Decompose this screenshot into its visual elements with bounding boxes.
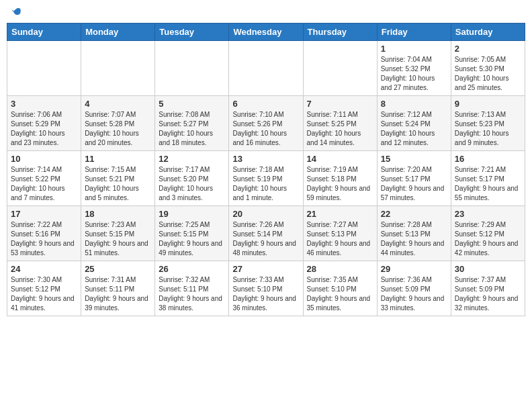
- day-header-wednesday: Wednesday: [229, 24, 303, 41]
- day-number: 9: [455, 99, 521, 109]
- day-number: 4: [85, 99, 151, 109]
- calendar-cell: 24Sunrise: 7:30 AM Sunset: 5:12 PM Dayli…: [7, 261, 81, 316]
- calendar-cell: 30Sunrise: 7:37 AM Sunset: 5:09 PM Dayli…: [451, 261, 525, 316]
- calendar-cell: 20Sunrise: 7:26 AM Sunset: 5:14 PM Dayli…: [229, 206, 303, 261]
- day-info: Sunrise: 7:30 AM Sunset: 5:12 PM Dayligh…: [11, 275, 77, 313]
- week-row-3: 10Sunrise: 7:14 AM Sunset: 5:22 PM Dayli…: [7, 151, 525, 206]
- day-number: 30: [455, 264, 521, 274]
- calendar-cell: [229, 41, 303, 96]
- calendar-cell: 15Sunrise: 7:20 AM Sunset: 5:17 PM Dayli…: [377, 151, 451, 206]
- day-number: 25: [85, 264, 151, 274]
- day-info: Sunrise: 7:22 AM Sunset: 5:16 PM Dayligh…: [11, 220, 77, 258]
- day-info: Sunrise: 7:32 AM Sunset: 5:11 PM Dayligh…: [159, 275, 225, 313]
- day-info: Sunrise: 7:05 AM Sunset: 5:30 PM Dayligh…: [455, 55, 521, 93]
- calendar-cell: 2Sunrise: 7:05 AM Sunset: 5:30 PM Daylig…: [451, 41, 525, 96]
- calendar-cell: 9Sunrise: 7:13 AM Sunset: 5:23 PM Daylig…: [451, 96, 525, 151]
- calendar-cell: 12Sunrise: 7:17 AM Sunset: 5:20 PM Dayli…: [155, 151, 229, 206]
- day-number: 14: [307, 154, 373, 164]
- day-number: 21: [307, 209, 373, 219]
- day-info: Sunrise: 7:11 AM Sunset: 5:25 PM Dayligh…: [307, 110, 373, 148]
- calendar-cell: 14Sunrise: 7:19 AM Sunset: 5:18 PM Dayli…: [303, 151, 377, 206]
- day-number: 10: [11, 154, 77, 164]
- day-info: Sunrise: 7:26 AM Sunset: 5:14 PM Dayligh…: [232, 220, 299, 258]
- day-number: 5: [159, 99, 225, 109]
- calendar-cell: 17Sunrise: 7:22 AM Sunset: 5:16 PM Dayli…: [7, 206, 81, 261]
- week-row-1: 1Sunrise: 7:04 AM Sunset: 5:32 PM Daylig…: [7, 41, 525, 96]
- day-info: Sunrise: 7:15 AM Sunset: 5:21 PM Dayligh…: [85, 165, 151, 203]
- day-number: 24: [11, 264, 77, 274]
- week-row-5: 24Sunrise: 7:30 AM Sunset: 5:12 PM Dayli…: [7, 261, 525, 316]
- day-number: 22: [381, 209, 447, 219]
- day-info: Sunrise: 7:36 AM Sunset: 5:09 PM Dayligh…: [381, 275, 447, 313]
- day-number: 6: [232, 99, 299, 109]
- day-info: Sunrise: 7:07 AM Sunset: 5:28 PM Dayligh…: [85, 110, 151, 148]
- day-header-tuesday: Tuesday: [155, 24, 229, 41]
- day-number: 7: [307, 99, 373, 109]
- calendar-cell: 18Sunrise: 7:23 AM Sunset: 5:15 PM Dayli…: [81, 206, 155, 261]
- day-info: Sunrise: 7:33 AM Sunset: 5:10 PM Dayligh…: [232, 275, 299, 313]
- day-info: Sunrise: 7:28 AM Sunset: 5:13 PM Dayligh…: [381, 220, 447, 258]
- calendar-cell: 19Sunrise: 7:25 AM Sunset: 5:15 PM Dayli…: [155, 206, 229, 261]
- day-number: 8: [381, 99, 447, 109]
- calendar-cell: 23Sunrise: 7:29 AM Sunset: 5:12 PM Dayli…: [451, 206, 525, 261]
- calendar-cell: [155, 41, 229, 96]
- calendar-cell: 11Sunrise: 7:15 AM Sunset: 5:21 PM Dayli…: [81, 151, 155, 206]
- day-info: Sunrise: 7:10 AM Sunset: 5:26 PM Dayligh…: [232, 110, 299, 148]
- day-info: Sunrise: 7:13 AM Sunset: 5:23 PM Dayligh…: [455, 110, 521, 148]
- week-row-4: 17Sunrise: 7:22 AM Sunset: 5:16 PM Dayli…: [7, 206, 525, 261]
- day-number: 19: [159, 209, 225, 219]
- calendar-cell: 29Sunrise: 7:36 AM Sunset: 5:09 PM Dayli…: [377, 261, 451, 316]
- calendar-cell: 3Sunrise: 7:06 AM Sunset: 5:29 PM Daylig…: [7, 96, 81, 151]
- calendar-cell: 1Sunrise: 7:04 AM Sunset: 5:32 PM Daylig…: [377, 41, 451, 96]
- day-info: Sunrise: 7:31 AM Sunset: 5:11 PM Dayligh…: [85, 275, 151, 313]
- calendar-cell: 7Sunrise: 7:11 AM Sunset: 5:25 PM Daylig…: [303, 96, 377, 151]
- day-number: 15: [381, 154, 447, 164]
- day-number: 2: [455, 44, 521, 54]
- calendar-cell: 28Sunrise: 7:35 AM Sunset: 5:10 PM Dayli…: [303, 261, 377, 316]
- calendar-cell: 10Sunrise: 7:14 AM Sunset: 5:22 PM Dayli…: [7, 151, 81, 206]
- day-info: Sunrise: 7:35 AM Sunset: 5:10 PM Dayligh…: [307, 275, 373, 313]
- day-number: 28: [307, 264, 373, 274]
- calendar-cell: 27Sunrise: 7:33 AM Sunset: 5:10 PM Dayli…: [229, 261, 303, 316]
- day-number: 17: [11, 209, 77, 219]
- day-info: Sunrise: 7:37 AM Sunset: 5:09 PM Dayligh…: [455, 275, 521, 313]
- calendar-cell: 16Sunrise: 7:21 AM Sunset: 5:17 PM Dayli…: [451, 151, 525, 206]
- day-number: 13: [232, 154, 299, 164]
- day-number: 26: [159, 264, 225, 274]
- day-number: 27: [232, 264, 299, 274]
- calendar-cell: 21Sunrise: 7:27 AM Sunset: 5:13 PM Dayli…: [303, 206, 377, 261]
- calendar-cell: 26Sunrise: 7:32 AM Sunset: 5:11 PM Dayli…: [155, 261, 229, 316]
- calendar-cell: 4Sunrise: 7:07 AM Sunset: 5:28 PM Daylig…: [81, 96, 155, 151]
- day-info: Sunrise: 7:29 AM Sunset: 5:12 PM Dayligh…: [455, 220, 521, 258]
- day-info: Sunrise: 7:21 AM Sunset: 5:17 PM Dayligh…: [455, 165, 521, 203]
- page-header: [7, 7, 525, 17]
- day-header-friday: Friday: [377, 24, 451, 41]
- day-info: Sunrise: 7:23 AM Sunset: 5:15 PM Dayligh…: [85, 220, 151, 258]
- calendar-cell: [81, 41, 155, 96]
- calendar-cell: 5Sunrise: 7:08 AM Sunset: 5:27 PM Daylig…: [155, 96, 229, 151]
- calendar-cell: 8Sunrise: 7:12 AM Sunset: 5:24 PM Daylig…: [377, 96, 451, 151]
- day-info: Sunrise: 7:04 AM Sunset: 5:32 PM Dayligh…: [381, 55, 447, 93]
- calendar-cell: 13Sunrise: 7:18 AM Sunset: 5:19 PM Dayli…: [229, 151, 303, 206]
- day-number: 29: [381, 264, 447, 274]
- day-header-monday: Monday: [81, 24, 155, 41]
- day-info: Sunrise: 7:18 AM Sunset: 5:19 PM Dayligh…: [232, 165, 299, 203]
- calendar-header-row: SundayMondayTuesdayWednesdayThursdayFrid…: [7, 24, 525, 41]
- day-number: 11: [85, 154, 151, 164]
- logo-bird-icon: [11, 7, 21, 17]
- day-header-thursday: Thursday: [303, 24, 377, 41]
- week-row-2: 3Sunrise: 7:06 AM Sunset: 5:29 PM Daylig…: [7, 96, 525, 151]
- day-number: 12: [159, 154, 225, 164]
- calendar-table: SundayMondayTuesdayWednesdayThursdayFrid…: [7, 23, 525, 316]
- day-number: 23: [455, 209, 521, 219]
- day-number: 20: [232, 209, 299, 219]
- calendar-cell: [303, 41, 377, 96]
- logo: [9, 7, 21, 17]
- day-info: Sunrise: 7:14 AM Sunset: 5:22 PM Dayligh…: [11, 165, 77, 203]
- calendar-cell: 6Sunrise: 7:10 AM Sunset: 5:26 PM Daylig…: [229, 96, 303, 151]
- day-number: 18: [85, 209, 151, 219]
- day-number: 16: [455, 154, 521, 164]
- day-info: Sunrise: 7:25 AM Sunset: 5:15 PM Dayligh…: [159, 220, 225, 258]
- calendar-cell: 22Sunrise: 7:28 AM Sunset: 5:13 PM Dayli…: [377, 206, 451, 261]
- day-info: Sunrise: 7:17 AM Sunset: 5:20 PM Dayligh…: [159, 165, 225, 203]
